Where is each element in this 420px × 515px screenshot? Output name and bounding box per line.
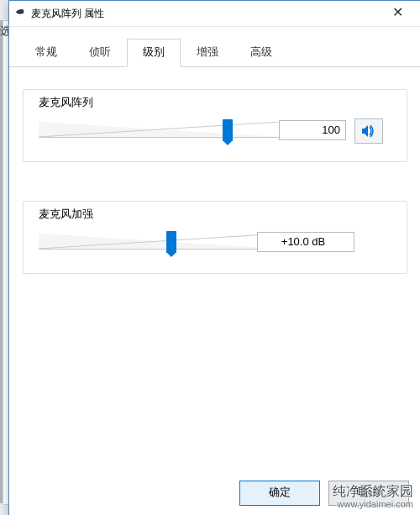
mic-array-slider-row: 100 — [39, 122, 391, 138]
tab-label: 增强 — [197, 45, 218, 58]
watermark-line1: 纯净系统家园 — [333, 483, 413, 499]
ok-label: 确定 — [269, 486, 291, 498]
tab-label: 常规 — [35, 45, 57, 58]
mic-array-label: 麦克风阵列 — [35, 95, 97, 110]
speaker-icon — [361, 124, 376, 138]
mic-boost-value[interactable]: +10.0 dB — [257, 232, 354, 252]
mute-toggle-button[interactable] — [354, 118, 383, 144]
close-icon: ✕ — [392, 5, 403, 19]
tab-general[interactable]: 常规 — [19, 39, 73, 67]
microphone-icon — [14, 8, 26, 16]
mic-array-group: 麦克风阵列 100 — [23, 89, 407, 162]
watermark: 纯净系统家园 www.yidaimei.com — [333, 483, 413, 510]
tab-advanced[interactable]: 高级 — [234, 39, 288, 67]
titlebar[interactable]: 麦克风阵列 属性 ✕ — [9, 1, 420, 27]
tab-listen[interactable]: 侦听 — [73, 39, 127, 67]
mic-boost-slider-track[interactable] — [39, 234, 281, 250]
tab-label: 侦听 — [89, 45, 111, 58]
mic-boost-slider-thumb[interactable] — [166, 231, 176, 253]
mic-array-slider-thumb[interactable] — [223, 119, 233, 141]
window-title: 麦克风阵列 属性 — [31, 8, 104, 19]
mic-array-value[interactable]: 100 — [279, 120, 346, 140]
tab-levels[interactable]: 级别 — [127, 39, 181, 67]
mic-boost-group: 麦克风加强 +10.0 dB — [23, 201, 407, 274]
tab-label: 高级 — [250, 45, 272, 58]
mic-array-slider-track[interactable] — [39, 122, 281, 138]
properties-dialog: 麦克风阵列 属性 ✕ 常规 侦听 级别 增强 高级 麦克风阵列 100 — [8, 0, 420, 515]
tab-label: 级别 — [143, 45, 165, 58]
tab-content: 麦克风阵列 100 麦克风加强 — [9, 67, 420, 274]
mic-boost-slider-row: +10.0 dB — [39, 234, 391, 250]
close-button[interactable]: ✕ — [379, 1, 416, 24]
ok-button[interactable]: 确定 — [239, 481, 320, 506]
tab-enhance[interactable]: 增强 — [181, 39, 234, 67]
mic-boost-label: 麦克风加强 — [35, 207, 97, 222]
tab-strip: 常规 侦听 级别 增强 高级 — [9, 27, 420, 67]
watermark-line2: www.yidaimei.com — [333, 499, 413, 510]
